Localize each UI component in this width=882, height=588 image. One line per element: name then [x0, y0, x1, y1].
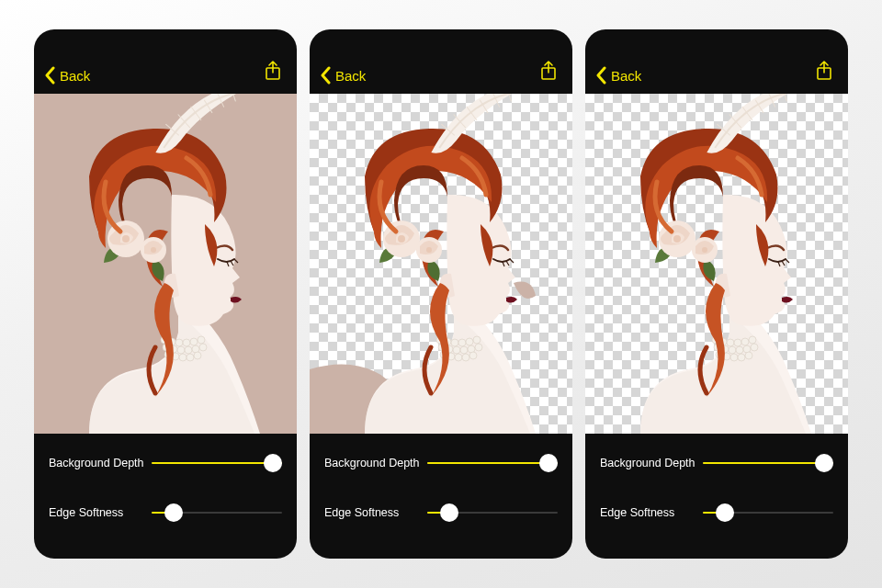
background-depth-slider[interactable] — [427, 454, 558, 472]
chevron-left-icon — [43, 66, 58, 85]
background-depth-label: Background Depth — [324, 457, 427, 469]
back-label: Back — [335, 68, 366, 84]
slider-thumb[interactable] — [264, 454, 282, 472]
edge-softness-label: Edge Softness — [600, 506, 703, 519]
background-depth-slider[interactable] — [152, 454, 282, 472]
controls-panel: Background Depth Edge Softness — [34, 434, 297, 559]
app-screen: Back Background Depth Edge Softness — [34, 29, 297, 559]
share-icon — [264, 61, 282, 81]
background-depth-label: Background Depth — [600, 457, 703, 469]
navbar: Back — [585, 29, 848, 94]
edge-softness-label: Edge Softness — [49, 506, 152, 519]
chevron-left-icon — [594, 66, 609, 85]
app-screen: Back Background Depth Edge Softness — [585, 29, 848, 559]
slider-thumb[interactable] — [440, 503, 458, 522]
navbar: Back — [310, 29, 572, 94]
image-canvas[interactable] — [34, 94, 297, 434]
edge-softness-slider[interactable] — [427, 503, 558, 522]
background-depth-slider[interactable] — [703, 454, 833, 472]
edge-softness-slider[interactable] — [152, 503, 282, 522]
back-button[interactable]: Back — [594, 66, 641, 85]
slider-thumb[interactable] — [539, 454, 558, 472]
share-button[interactable] — [815, 61, 833, 85]
slider-thumb[interactable] — [164, 503, 183, 522]
share-button[interactable] — [539, 61, 558, 85]
edge-softness-row: Edge Softness — [324, 492, 558, 533]
back-label: Back — [60, 68, 90, 84]
image-canvas[interactable] — [585, 94, 848, 434]
controls-panel: Background Depth Edge Softness — [585, 434, 848, 559]
background-depth-label: Background Depth — [49, 457, 152, 469]
chevron-left-icon — [319, 66, 334, 85]
background-depth-row: Background Depth — [324, 443, 558, 483]
edge-softness-slider[interactable] — [703, 503, 833, 522]
slider-thumb[interactable] — [815, 454, 833, 472]
back-label: Back — [611, 68, 641, 84]
edge-softness-row: Edge Softness — [49, 492, 282, 533]
slider-thumb[interactable] — [716, 503, 734, 522]
share-icon — [815, 61, 833, 81]
controls-panel: Background Depth Edge Softness — [310, 434, 572, 559]
app-screen: Back Background Depth Edge Softness — [310, 29, 572, 559]
background-depth-row: Background Depth — [600, 443, 833, 483]
share-icon — [539, 61, 558, 81]
background-depth-row: Background Depth — [49, 443, 282, 483]
navbar: Back — [34, 29, 297, 94]
share-button[interactable] — [264, 61, 282, 85]
back-button[interactable]: Back — [319, 66, 366, 85]
edge-softness-label: Edge Softness — [324, 506, 427, 519]
edge-softness-row: Edge Softness — [600, 492, 833, 533]
back-button[interactable]: Back — [43, 66, 90, 85]
image-canvas[interactable] — [310, 94, 572, 434]
